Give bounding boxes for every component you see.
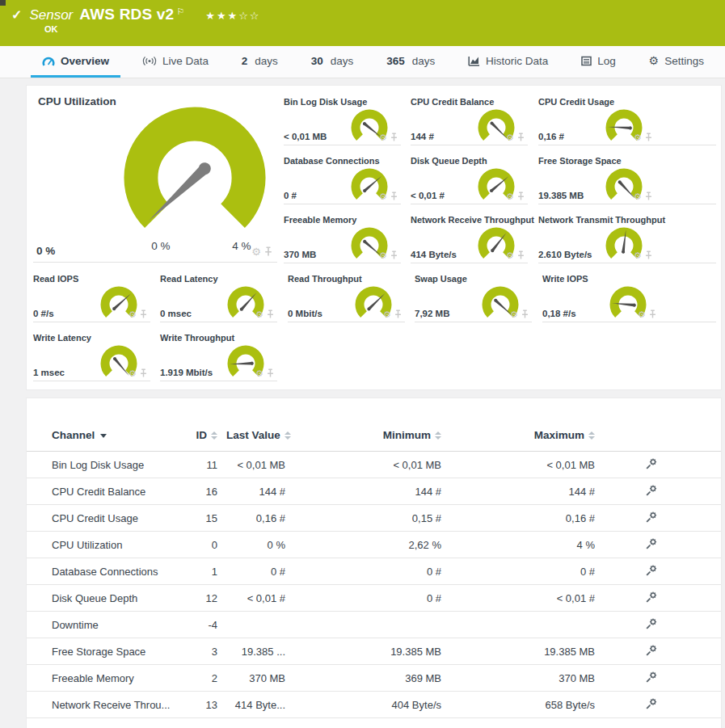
pin-icon[interactable]	[140, 368, 147, 378]
gauge-card: Bin Log Disk Usage < 0,01 MB ⚙	[284, 96, 401, 145]
pin-icon[interactable]	[140, 309, 147, 319]
table-row: CPU Utilization 0 0 % 2,62 % 4 %	[27, 532, 721, 558]
channel-name: CPU Credit Balance	[27, 478, 192, 505]
flag-icon[interactable]: ⚐	[176, 6, 184, 17]
channel-table-panel: Channel ID Last Value Minimum Maximum Bi…	[26, 398, 722, 728]
channel-minimum: 404 Byte/s	[293, 692, 449, 718]
tab-label: Live Data	[162, 55, 209, 67]
stars-empty[interactable]: ☆☆	[238, 10, 260, 22]
channel-settings-gear-icon[interactable]	[645, 591, 658, 604]
table-header-row: Channel ID Last Value Minimum Maximum	[27, 398, 721, 452]
channel-settings-gear-icon[interactable]	[645, 644, 658, 657]
gauge-card: Write IOPS 0,18 #/s ⚙	[542, 273, 716, 322]
gauge-card: Swap Usage 7,92 MB ⚙	[415, 273, 532, 322]
gauge-title: Write IOPS	[542, 274, 588, 284]
pin-icon[interactable]	[517, 133, 525, 142]
gear-icon[interactable]: ⚙	[506, 192, 514, 201]
gear-icon[interactable]: ⚙	[255, 310, 263, 319]
gear-icon[interactable]: ⚙	[255, 369, 263, 378]
pin-icon[interactable]	[390, 250, 398, 260]
tab-log[interactable]: Log	[570, 46, 627, 78]
pin-icon[interactable]	[645, 250, 652, 260]
channel-minimum: 0,15 #	[293, 505, 449, 532]
sort-icon	[211, 431, 217, 440]
channel-name: CPU Utilization	[27, 532, 192, 558]
channel-id: -4	[192, 612, 225, 638]
pin-icon[interactable]	[390, 191, 398, 201]
gauge-icon	[42, 56, 55, 66]
channel-settings-gear-icon[interactable]	[645, 671, 658, 684]
channel-settings-gear-icon[interactable]	[645, 484, 658, 497]
column-header-last-value[interactable]: Last Value	[225, 398, 293, 452]
gear-icon[interactable]: ⚙	[129, 369, 137, 378]
gauge-value: 0,16 #	[538, 132, 564, 141]
column-header-minimum[interactable]: Minimum	[293, 398, 449, 452]
gear-icon[interactable]: ⚙	[506, 251, 514, 260]
pin-icon[interactable]	[649, 309, 656, 319]
gauge-value: 0,18 #/s	[542, 309, 576, 318]
pin-icon[interactable]	[390, 133, 398, 142]
tab-365-days[interactable]: 365 days	[375, 46, 446, 78]
gauge-value: 0 #	[284, 191, 297, 200]
gauge-card: Read Throughput 0 Mbit/s ⚙	[288, 273, 405, 322]
pin-icon[interactable]	[517, 191, 525, 201]
sort-icon	[285, 431, 291, 440]
gear-icon[interactable]: ⚙	[638, 310, 646, 319]
gear-icon[interactable]: ⚙	[379, 133, 387, 142]
channel-id: 3	[192, 638, 225, 665]
gear-icon[interactable]: ⚙	[510, 310, 518, 319]
pin-icon[interactable]	[517, 250, 525, 260]
tab-2-days[interactable]: 2 days	[230, 46, 289, 78]
channel-last-value: < 0,01 MB	[225, 452, 293, 478]
sort-caret-down-icon	[100, 434, 107, 438]
channel-settings-gear-icon[interactable]	[645, 537, 658, 550]
tab-bar: Overview Live Data 2 days 30 days 365 da…	[0, 46, 725, 78]
channel-minimum: 19.385 MB	[293, 638, 449, 665]
gear-icon[interactable]: ⚙	[634, 192, 642, 201]
sensor-header: ✓ Sensor AWS RDS v2 ⚐ ★★★☆☆ OK	[0, 0, 725, 46]
gauge-title: Write Latency	[33, 333, 91, 343]
gear-icon[interactable]: ⚙	[379, 251, 387, 260]
gear-icon[interactable]: ⚙	[251, 246, 261, 257]
channel-settings-gear-icon[interactable]	[645, 564, 658, 577]
gauge-title: Swap Usage	[415, 274, 467, 284]
gear-icon[interactable]: ⚙	[634, 133, 642, 142]
channel-settings-gear-icon[interactable]	[645, 617, 658, 630]
table-row: Free Storage Space 3 19.385 ... 19.385 M…	[27, 638, 721, 665]
channel-settings-gear-icon[interactable]	[645, 457, 658, 470]
gauge-card: Write Throughput 1.919 Mbit/s ⚙	[160, 332, 277, 381]
pin-icon[interactable]	[645, 191, 652, 201]
gear-icon[interactable]: ⚙	[506, 133, 514, 142]
channel-name: CPU Credit Usage	[27, 505, 192, 532]
gear-icon[interactable]: ⚙	[634, 251, 642, 260]
tab-label: Settings	[664, 55, 704, 67]
pin-icon[interactable]	[521, 309, 529, 319]
channel-last-value: 0,16 #	[225, 505, 293, 532]
tab-historic-data[interactable]: Historic Data	[457, 46, 559, 78]
column-header-channel[interactable]: Channel	[27, 398, 192, 452]
tab-live-data[interactable]: Live Data	[131, 46, 220, 78]
tab-30-days[interactable]: 30 days	[300, 46, 365, 78]
channel-settings-gear-icon[interactable]	[645, 697, 658, 710]
gear-icon[interactable]: ⚙	[383, 310, 391, 319]
tab-settings[interactable]: ⚙ Settings	[638, 46, 715, 78]
pin-icon[interactable]	[267, 309, 274, 319]
gear-icon[interactable]: ⚙	[379, 192, 387, 201]
channel-maximum: 19.385 MB	[449, 638, 602, 665]
column-header-maximum[interactable]: Maximum	[449, 398, 602, 452]
gauge-min-label: 0 %	[135, 240, 187, 252]
tab-overview[interactable]: Overview	[31, 46, 120, 78]
pin-icon[interactable]	[645, 133, 652, 142]
pin-icon[interactable]	[264, 246, 272, 257]
gauge-value: 1.919 Mbit/s	[160, 368, 213, 377]
pin-icon[interactable]	[267, 368, 274, 378]
gear-icon[interactable]: ⚙	[129, 310, 137, 319]
tab-label: Log	[597, 55, 616, 67]
column-header-id[interactable]: ID	[192, 398, 225, 452]
channel-last-value: < 0,01 #	[225, 585, 293, 612]
channel-settings-gear-icon[interactable]	[645, 511, 658, 524]
pin-icon[interactable]	[394, 309, 402, 319]
stars-filled[interactable]: ★★★	[205, 10, 238, 22]
channel-id: 13	[192, 692, 225, 718]
priority-stars[interactable]: ★★★☆☆	[205, 10, 260, 22]
